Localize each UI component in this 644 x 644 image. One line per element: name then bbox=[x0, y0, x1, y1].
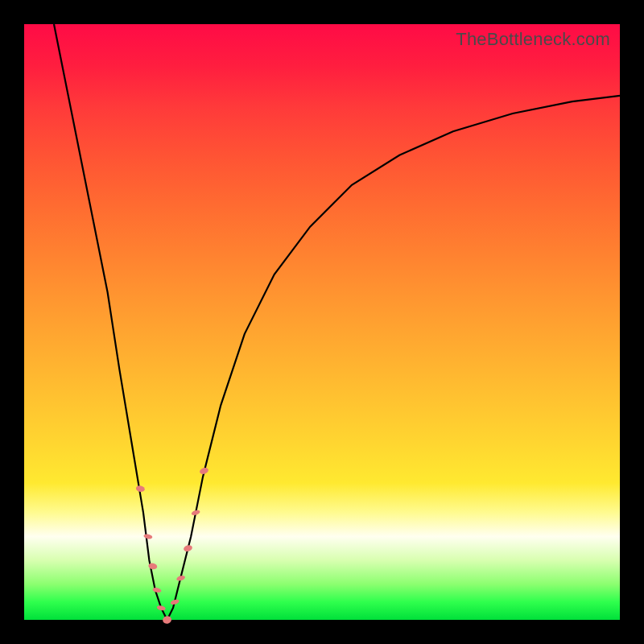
curve-marker bbox=[143, 534, 153, 540]
chart-svg bbox=[24, 24, 620, 620]
curve-marker bbox=[156, 605, 166, 611]
bottleneck-curve bbox=[54, 24, 620, 620]
chart-plot-area: TheBottleneck.com bbox=[24, 24, 620, 620]
curve-marker bbox=[152, 587, 162, 593]
chart-frame: TheBottleneck.com bbox=[0, 0, 644, 644]
curve-marker bbox=[135, 485, 145, 493]
curve-marker bbox=[183, 544, 193, 553]
marker-group bbox=[135, 467, 209, 625]
curve-marker bbox=[162, 615, 172, 625]
curve-marker bbox=[199, 467, 209, 476]
